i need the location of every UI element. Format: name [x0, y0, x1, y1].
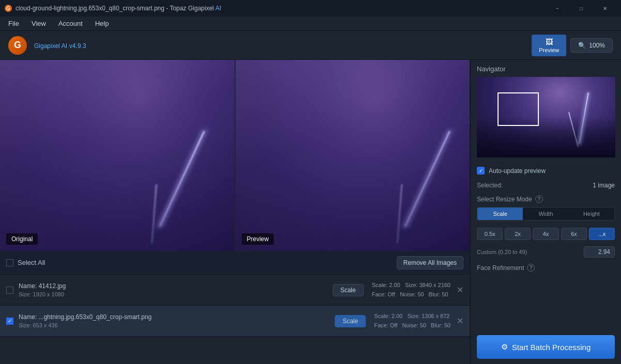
menu-account[interactable]: Account: [52, 18, 89, 29]
select-all-checkbox[interactable]: [6, 259, 13, 266]
menu-help[interactable]: Help: [89, 18, 115, 29]
lightning-bolt-decoration: [159, 131, 205, 227]
original-view: Original: [0, 60, 235, 251]
navigator-section: Navigator: [471, 60, 621, 163]
preview-view: Preview: [236, 60, 470, 251]
titlebar: G cloud-ground-lightning.jpg.653x0_q80_c…: [0, 0, 621, 17]
selected-row: Selected: 1 image: [471, 179, 621, 192]
preset-4x[interactable]: 4x: [533, 228, 558, 240]
close-button[interactable]: ✕: [593, 0, 617, 17]
list-header: Select All Remove All Images: [0, 251, 470, 275]
zoom-button[interactable]: 🔍 100%: [570, 38, 613, 53]
main-content: Original Preview Select All Remove All I…: [0, 60, 621, 364]
face-refinement-label: Face Refinement: [477, 264, 524, 272]
custom-scale-row: Custom (0.20 to 49): [471, 244, 621, 260]
scale-button-1[interactable]: Scale: [333, 284, 364, 296]
image-list[interactable]: Select All Remove All Images Name: 41412…: [0, 251, 470, 364]
scale-button-2[interactable]: Scale: [335, 315, 366, 327]
mode-height-button[interactable]: Height: [569, 208, 614, 220]
start-batch-button[interactable]: ⚙ Start Batch Processing: [477, 335, 615, 359]
file-size-2: Size: 653 x 436: [19, 322, 335, 328]
navigator-viewport[interactable]: [498, 92, 539, 126]
brand-ai: AI: [215, 5, 221, 12]
select-all-label: Select All: [18, 259, 45, 266]
menubar: File View Account Help: [0, 17, 621, 31]
file-name-1: Name: 41412.jpg: [19, 282, 333, 290]
preview-image: [236, 60, 470, 251]
file-info-1: Name: 41412.jpg Size: 1920 x 1080: [19, 282, 333, 297]
preset-6x[interactable]: 6x: [561, 228, 587, 240]
start-batch-label: Start Batch Processing: [512, 343, 591, 352]
nav-lightning-decoration: [579, 93, 588, 144]
resize-mode-title: Select Resize Mode: [477, 196, 532, 203]
minimize-button[interactable]: −: [546, 0, 569, 17]
table-row: Name: ...ghtning.jpg.653x0_q80_crop-smar…: [0, 306, 470, 337]
remove-row-2-button[interactable]: ✕: [457, 316, 463, 326]
file-name-2: Name: ...ghtning.jpg.653x0_q80_crop-smar…: [19, 313, 335, 321]
zoom-value: 100%: [589, 42, 605, 49]
preview-icon: 🖼: [546, 38, 553, 46]
preset-custom-x[interactable]: ...x: [589, 228, 615, 240]
preset-2x[interactable]: 2x: [505, 228, 531, 240]
preview-label: Preview: [539, 47, 559, 53]
resize-mode-help-icon[interactable]: ?: [535, 195, 543, 203]
preset-0-5x[interactable]: 0.5x: [477, 228, 503, 240]
selected-label: Selected:: [477, 182, 503, 189]
file-info-2: Name: ...ghtning.jpg.653x0_q80_crop-smar…: [19, 313, 335, 328]
resize-mode-section: Select Resize Mode ? Scale Width Height: [471, 192, 621, 224]
scale-presets: 0.5x 2x 4x 6x ...x: [471, 224, 621, 244]
maximize-button[interactable]: □: [569, 0, 593, 17]
remove-all-button[interactable]: Remove All Images: [397, 256, 463, 270]
row-checkbox-1[interactable]: [6, 287, 13, 294]
scale-info-2: Scale: 2.00 Size: 1306 x 872 Face: Off N…: [374, 312, 451, 330]
custom-scale-label: Custom (0.20 to 49): [477, 249, 527, 255]
app-icon: G: [4, 4, 12, 12]
table-row: Name: 41412.jpg Size: 1920 x 1080 Scale …: [0, 275, 470, 306]
mode-scale-button[interactable]: Scale: [477, 208, 523, 220]
resize-mode-header: Select Resize Mode ?: [477, 195, 615, 203]
image-viewer: Original Preview: [0, 60, 470, 251]
original-label: Original: [6, 233, 38, 245]
row-checkbox-2[interactable]: [6, 318, 13, 325]
window-title: cloud-ground-lightning.jpg.653x0_q80_cro…: [15, 5, 542, 12]
app-header: G Gigapixel AIv4.9.3 🖼 Preview 🔍 100%: [0, 31, 621, 60]
navigator-title: Navigator: [477, 65, 615, 73]
app-title: Gigapixel AIv4.9.3: [32, 41, 86, 50]
auto-update-row: Auto-update preview: [471, 163, 621, 179]
zoom-icon: 🔍: [578, 42, 586, 49]
custom-scale-input[interactable]: [584, 246, 615, 258]
resize-mode-buttons: Scale Width Height: [477, 207, 615, 220]
original-image: [0, 60, 235, 251]
menu-file[interactable]: File: [2, 18, 25, 29]
mode-width-button[interactable]: Width: [523, 208, 568, 220]
start-batch-icon: ⚙: [501, 342, 508, 352]
image-panel: Original Preview Select All Remove All I…: [0, 60, 470, 364]
file-size-1: Size: 1920 x 1080: [19, 291, 333, 297]
auto-update-checkbox[interactable]: [477, 167, 485, 175]
navigator-thumbnail[interactable]: [477, 77, 615, 157]
scale-info-1: Scale: 2.00 Size: 3840 x 2160 Face: Off …: [372, 281, 451, 299]
window-controls: − □ ✕: [546, 0, 617, 17]
bottom-spacer: [471, 276, 621, 330]
svg-text:G: G: [6, 6, 10, 11]
selected-value: 1 image: [593, 182, 615, 189]
auto-update-label: Auto-update preview: [489, 167, 546, 175]
menu-view[interactable]: View: [25, 18, 52, 29]
right-panel: Navigator Auto-update preview Selected: …: [470, 60, 621, 364]
face-refinement-help-icon[interactable]: ?: [527, 264, 535, 272]
face-refinement-row: Face Refinement ?: [471, 260, 621, 276]
preview-lightning-bolt: [405, 131, 451, 227]
remove-row-1-button[interactable]: ✕: [457, 285, 463, 295]
preview-label: Preview: [242, 233, 274, 245]
app-logo: G: [8, 36, 27, 55]
preview-button[interactable]: 🖼 Preview: [532, 35, 566, 56]
